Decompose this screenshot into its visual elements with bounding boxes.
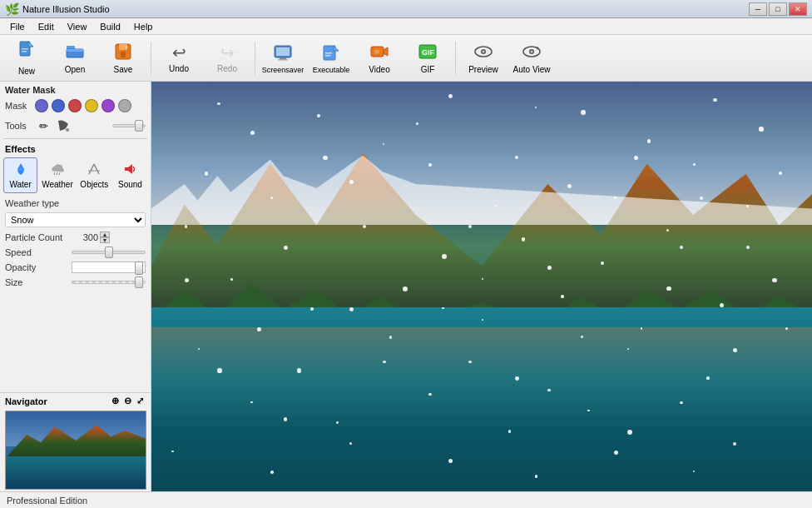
weather-icon bbox=[50, 162, 65, 178]
minimize-button[interactable]: ─ bbox=[749, 2, 767, 16]
weather-type-select-row: Snow Rain Fog bbox=[5, 212, 146, 227]
tools-label: Tools bbox=[5, 121, 32, 131]
effects-grid: Water Weather Objects Soun bbox=[0, 156, 151, 195]
opacity-slider[interactable] bbox=[72, 261, 146, 273]
left-panel: Water Mask Mask Tools ✏ bbox=[0, 82, 151, 491]
sound-icon bbox=[122, 162, 137, 178]
menu-build[interactable]: Build bbox=[93, 20, 126, 33]
speed-label: Speed bbox=[5, 247, 72, 257]
menu-file[interactable]: File bbox=[3, 20, 32, 33]
paint-tool-button[interactable] bbox=[55, 117, 72, 134]
menubar: File Edit View Build Help bbox=[0, 18, 812, 35]
spin-up-button[interactable]: ▲ bbox=[100, 232, 110, 237]
effects-title: Effects bbox=[0, 141, 151, 156]
mask-color-5[interactable] bbox=[102, 99, 115, 112]
snowflake bbox=[284, 417, 287, 421]
mask-row: Mask bbox=[0, 97, 151, 115]
navigator-title: Navigator bbox=[5, 396, 47, 406]
svg-rect-9 bbox=[121, 52, 126, 57]
gif-label: GIF bbox=[421, 65, 435, 74]
svg-point-31 bbox=[66, 128, 69, 132]
toolbar-separator-1 bbox=[151, 42, 151, 75]
particle-count-value: 300 bbox=[73, 232, 98, 242]
svg-point-29 bbox=[531, 51, 533, 53]
snowflake bbox=[647, 139, 651, 143]
mask-color-3[interactable] bbox=[68, 99, 82, 112]
new-icon bbox=[17, 40, 37, 65]
svg-point-26 bbox=[483, 51, 485, 53]
weather-type-row: Weather type bbox=[5, 198, 146, 208]
undo-button[interactable]: ↩ Undo bbox=[156, 37, 202, 79]
autoview-button[interactable]: ▾ Auto View bbox=[508, 37, 555, 79]
mask-color-1[interactable] bbox=[35, 99, 48, 112]
new-button[interactable]: New bbox=[3, 37, 50, 79]
snowflake bbox=[363, 225, 366, 228]
effect-objects-button[interactable]: Objects bbox=[77, 157, 111, 193]
svg-marker-20 bbox=[384, 47, 388, 56]
mask-color-2[interactable] bbox=[52, 99, 65, 112]
maximize-button[interactable]: □ bbox=[769, 2, 787, 16]
spin-down-button[interactable]: ▼ bbox=[100, 237, 110, 243]
open-button[interactable]: Open bbox=[52, 37, 98, 79]
svg-line-33 bbox=[57, 172, 57, 175]
screensaver-button[interactable]: Screensaver bbox=[260, 37, 306, 79]
sound-label: Sound bbox=[118, 180, 142, 189]
weather-type-label: Weather type bbox=[5, 198, 72, 208]
gif-button[interactable]: GIF GIF bbox=[404, 37, 451, 79]
preview-button[interactable]: Preview bbox=[460, 37, 507, 79]
open-label: Open bbox=[65, 65, 85, 74]
save-button[interactable]: Save bbox=[100, 37, 146, 79]
snowflake bbox=[416, 122, 418, 125]
effect-water-button[interactable]: Water bbox=[3, 157, 37, 193]
tools-slider[interactable] bbox=[112, 121, 146, 131]
snowflake bbox=[205, 172, 209, 176]
zoom-fit-button[interactable]: ⤢ bbox=[135, 396, 146, 406]
snowflake bbox=[535, 475, 538, 478]
canvas-area: ◀ ▶ bbox=[151, 82, 812, 491]
effect-sound-button[interactable]: Sound bbox=[113, 157, 147, 193]
snowflake bbox=[495, 205, 497, 207]
snowflake bbox=[733, 348, 737, 352]
save-icon bbox=[113, 42, 133, 63]
pencil-tool-button[interactable]: ✏ bbox=[35, 117, 52, 134]
opacity-row: Opacity bbox=[5, 261, 146, 273]
snowflake bbox=[383, 361, 386, 364]
svg-line-32 bbox=[54, 172, 55, 175]
open-icon bbox=[65, 42, 85, 63]
svg-rect-18 bbox=[325, 55, 330, 57]
snowflake bbox=[284, 246, 288, 250]
menu-help[interactable]: Help bbox=[127, 20, 160, 33]
tools-row: Tools ✏ bbox=[0, 115, 151, 137]
video-button[interactable]: Video bbox=[356, 37, 403, 79]
effect-weather-button[interactable]: Weather bbox=[39, 157, 76, 193]
weather-type-select[interactable]: Snow Rain Fog bbox=[5, 212, 146, 227]
weather-controls: Weather type Snow Rain Fog Particle Coun… bbox=[0, 195, 151, 295]
menu-edit[interactable]: Edit bbox=[32, 20, 61, 33]
menu-view[interactable]: View bbox=[61, 20, 94, 33]
svg-line-36 bbox=[94, 164, 99, 174]
snowflake bbox=[561, 295, 564, 298]
zoom-out-button[interactable]: ⊖ bbox=[122, 396, 133, 406]
snowflake bbox=[634, 156, 638, 160]
svg-rect-14 bbox=[278, 59, 288, 61]
screensaver-label: Screensaver bbox=[262, 66, 304, 74]
svg-marker-38 bbox=[125, 164, 132, 174]
speed-slider[interactable] bbox=[72, 247, 146, 257]
redo-label: Redo bbox=[217, 64, 237, 73]
executable-button[interactable]: Executable bbox=[308, 37, 354, 79]
objects-icon bbox=[87, 162, 102, 178]
particle-count-label: Particle Count bbox=[5, 232, 72, 242]
svg-text:GIF: GIF bbox=[422, 48, 435, 57]
window-controls: ─ □ ✕ bbox=[749, 2, 807, 16]
snowflake bbox=[772, 278, 776, 282]
snowflake bbox=[383, 143, 384, 145]
redo-button[interactable]: ↪ Redo bbox=[204, 37, 250, 79]
mask-color-6[interactable] bbox=[118, 99, 131, 112]
close-button[interactable]: ✕ bbox=[789, 2, 807, 16]
svg-rect-12 bbox=[276, 47, 290, 56]
opacity-label: Opacity bbox=[5, 262, 72, 272]
size-slider[interactable] bbox=[72, 277, 146, 287]
mask-color-4[interactable] bbox=[85, 99, 98, 112]
snowflake bbox=[185, 225, 187, 227]
zoom-in-button[interactable]: ⊕ bbox=[110, 396, 121, 406]
